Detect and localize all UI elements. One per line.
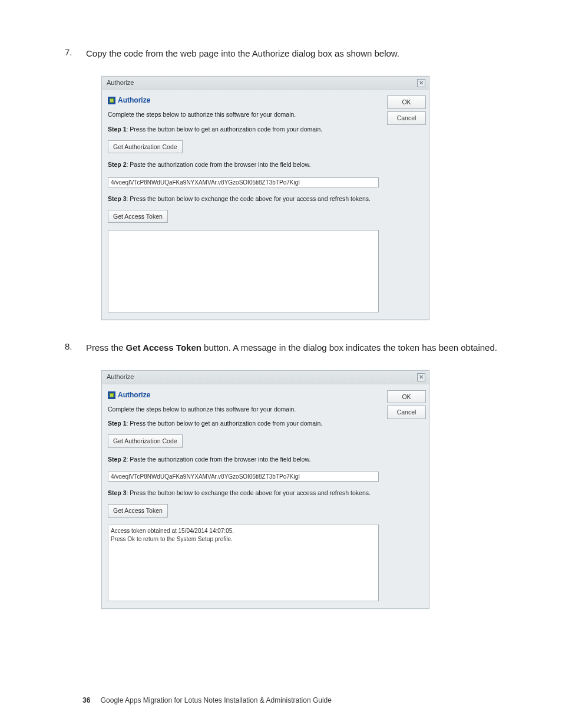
page-number: 36 — [82, 696, 90, 704]
step-2-label: Step 2 — [108, 161, 127, 168]
dialog-body: Authorize Complete the steps below to au… — [102, 90, 429, 319]
get-access-token-button[interactable]: Get Access Token — [108, 504, 168, 518]
step-text-bold: Get Access Token — [126, 342, 201, 353]
heading-text: Authorize — [118, 95, 150, 106]
step-text: Copy the code from the web page into the… — [86, 48, 399, 58]
numbered-list: 7. Copy the code from the web page into … — [65, 47, 497, 614]
step-2-label: Step 2 — [108, 456, 127, 463]
heading-text: Authorize — [118, 390, 150, 400]
dialog-heading: Authorize — [108, 95, 379, 106]
authorize-icon — [108, 391, 115, 399]
step-number: 8. — [65, 341, 86, 613]
step-1-label: Step 1 — [108, 126, 127, 133]
output-textarea[interactable] — [108, 230, 379, 312]
authorize-dialog: Authorize ✕ Authorize Complete the steps… — [101, 370, 429, 608]
step-3-desc: : Press the button below to exchange the… — [127, 489, 371, 496]
step-2-desc: : Paste the authorization code from the … — [127, 456, 311, 463]
step-2-desc: : Paste the authorization code from the … — [127, 161, 311, 168]
dialog-body: Authorize Complete the steps below to au… — [102, 384, 429, 608]
step-number: 7. — [65, 47, 86, 325]
output-textarea[interactable]: Access token obtained at 15/04/2014 14:0… — [108, 525, 379, 601]
authorize-dialog: Authorize ✕ Authorize Complete the steps… — [101, 76, 429, 320]
step-1-block: Step 1: Press the button below to get an… — [108, 419, 379, 447]
authorization-code-input[interactable] — [108, 472, 379, 482]
authorize-icon — [108, 97, 115, 104]
cancel-button[interactable]: Cancel — [387, 111, 426, 125]
dialog-intro: Complete the steps below to authorize th… — [108, 110, 379, 119]
step-3-block: Step 3: Press the button below to exchan… — [108, 195, 379, 223]
page-footer: 36 Google Apps Migration for Lotus Notes… — [82, 696, 332, 704]
step-1-block: Step 1: Press the button below to get an… — [108, 125, 379, 153]
dialog-intro: Complete the steps below to authorize th… — [108, 405, 379, 414]
step-3-block: Step 3: Press the button below to exchan… — [108, 489, 379, 517]
step-3-label: Step 3 — [108, 489, 127, 496]
step-body: Press the Get Access Token button. A mes… — [86, 341, 497, 613]
close-icon[interactable]: ✕ — [417, 373, 425, 381]
step-1-text: Step 1: Press the button below to get an… — [108, 125, 379, 134]
screenshot-1: Authorize ✕ Authorize Complete the steps… — [101, 76, 497, 320]
dialog-side-buttons: OK Cancel — [387, 390, 426, 601]
step-2-text: Step 2: Paste the authorization code fro… — [108, 455, 379, 464]
document-page: 7. Copy the code from the web page into … — [0, 0, 562, 728]
screenshot-2: Authorize ✕ Authorize Complete the steps… — [101, 370, 497, 608]
step-2-text: Step 2: Paste the authorization code fro… — [108, 160, 379, 169]
dialog-heading: Authorize — [108, 390, 379, 400]
step-7: 7. Copy the code from the web page into … — [65, 47, 497, 325]
dialog-title: Authorize — [107, 373, 134, 381]
step-2-block: Step 2: Paste the authorization code fro… — [108, 455, 379, 482]
step-text-suffix: button. A message in the dialog box indi… — [201, 342, 497, 353]
ok-button[interactable]: OK — [387, 95, 426, 109]
get-authorization-code-button[interactable]: Get Authorization Code — [108, 434, 183, 448]
cancel-button[interactable]: Cancel — [387, 406, 426, 419]
step-3-label: Step 3 — [108, 195, 127, 202]
get-access-token-button[interactable]: Get Access Token — [108, 210, 168, 223]
close-icon[interactable]: ✕ — [417, 79, 425, 87]
dialog-titlebar: Authorize ✕ — [102, 371, 429, 384]
step-body: Copy the code from the web page into the… — [86, 47, 497, 325]
step-1-text: Step 1: Press the button below to get an… — [108, 419, 379, 428]
dialog-main: Authorize Complete the steps below to au… — [108, 390, 387, 601]
step-3-text: Step 3: Press the button below to exchan… — [108, 489, 379, 498]
step-1-desc: : Press the button below to get an autho… — [127, 420, 323, 427]
step-1-desc: : Press the button below to get an autho… — [127, 126, 323, 133]
get-authorization-code-button[interactable]: Get Authorization Code — [108, 140, 183, 154]
step-3-text: Step 3: Press the button below to exchan… — [108, 195, 379, 203]
dialog-titlebar: Authorize ✕ — [102, 77, 429, 90]
step-3-desc: : Press the button below to exchange the… — [127, 195, 371, 202]
dialog-side-buttons: OK Cancel — [387, 95, 426, 312]
step-1-label: Step 1 — [108, 420, 127, 427]
dialog-main: Authorize Complete the steps below to au… — [108, 95, 387, 312]
step-8: 8. Press the Get Access Token button. A … — [65, 341, 497, 613]
ok-button[interactable]: OK — [387, 390, 426, 404]
dialog-title: Authorize — [107, 78, 134, 87]
footer-title: Google Apps Migration for Lotus Notes In… — [101, 696, 332, 704]
authorization-code-input[interactable] — [108, 177, 379, 187]
step-2-block: Step 2: Paste the authorization code fro… — [108, 160, 379, 187]
step-text-prefix: Press the — [86, 342, 126, 353]
